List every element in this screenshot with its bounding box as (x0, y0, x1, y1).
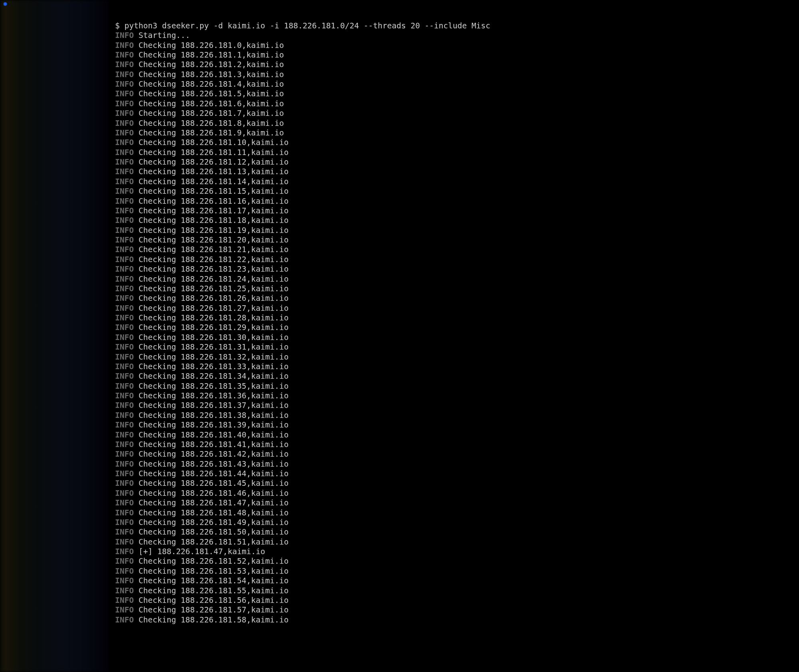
log-line: INFO Checking 188.226.181.3,kaimi.io (115, 70, 799, 80)
log-line: INFO Checking 188.226.181.44,kaimi.io (115, 469, 799, 479)
log-message: Checking 188.226.181.46,kaimi.io (134, 489, 288, 498)
log-message: Checking 188.226.181.37,kaimi.io (134, 401, 288, 410)
log-level-label: INFO (115, 605, 134, 614)
command-text: python3 dseeker.py -d kaimi.io -i 188.22… (125, 21, 491, 30)
log-level-label: INFO (115, 264, 134, 274)
prompt-symbol: $ (115, 21, 120, 30)
log-level-label: INFO (115, 167, 134, 176)
terminal-output[interactable]: $ python3 dseeker.py -d kaimi.io -i 188.… (112, 0, 799, 672)
log-line: INFO Checking 188.226.181.21,kaimi.io (115, 245, 799, 254)
log-level-label: INFO (115, 362, 134, 371)
log-message: Checking 188.226.181.55,kaimi.io (134, 586, 288, 595)
log-line: INFO Checking 188.226.181.26,kaimi.io (115, 294, 799, 303)
log-message: Checking 188.226.181.47,kaimi.io (134, 498, 288, 507)
log-level-label: INFO (115, 138, 134, 147)
log-level-label: INFO (115, 498, 134, 507)
log-message: Checking 188.226.181.11,kaimi.io (134, 148, 288, 157)
log-line: INFO Checking 188.226.181.50,kaimi.io (115, 527, 799, 537)
log-message: Checking 188.226.181.52,kaimi.io (134, 557, 288, 566)
log-message: Checking 188.226.181.4,kaimi.io (134, 80, 284, 89)
log-message: Checking 188.226.181.19,kaimi.io (134, 226, 288, 235)
log-line: INFO Checking 188.226.181.33,kaimi.io (115, 362, 799, 372)
log-level-label: INFO (115, 586, 134, 595)
log-level-label: INFO (115, 70, 134, 79)
log-message: Checking 188.226.181.2,kaimi.io (134, 60, 284, 69)
log-level-label: INFO (115, 420, 134, 429)
log-line: INFO Checking 188.226.181.53,kaimi.io (115, 567, 799, 576)
log-level-label: INFO (115, 304, 134, 313)
log-message: Checking 188.226.181.48,kaimi.io (134, 508, 288, 517)
log-line: INFO Checking 188.226.181.56,kaimi.io (115, 596, 799, 605)
log-level-label: INFO (115, 323, 134, 332)
log-level-label: INFO (115, 128, 134, 137)
log-line: INFO Checking 188.226.181.35,kaimi.io (115, 382, 799, 391)
log-level-label: INFO (115, 187, 134, 196)
log-line: INFO Checking 188.226.181.2,kaimi.io (115, 60, 799, 70)
log-level-label: INFO (115, 206, 134, 215)
log-message: Checking 188.226.181.50,kaimi.io (134, 527, 288, 537)
log-level-label: INFO (115, 216, 134, 225)
log-message: Checking 188.226.181.5,kaimi.io (134, 89, 284, 98)
log-message: Checking 188.226.181.24,kaimi.io (134, 274, 288, 284)
log-line: INFO Checking 188.226.181.43,kaimi.io (115, 459, 799, 469)
log-line: INFO Checking 188.226.181.41,kaimi.io (115, 440, 799, 449)
log-level-label: INFO (115, 294, 134, 303)
log-level-label: INFO (115, 557, 134, 566)
log-level-label: INFO (115, 50, 134, 60)
log-line: INFO Checking 188.226.181.5,kaimi.io (115, 89, 799, 99)
log-line: INFO Checking 188.226.181.19,kaimi.io (115, 226, 799, 235)
log-line: INFO Checking 188.226.181.46,kaimi.io (115, 489, 799, 498)
log-line: INFO Checking 188.226.181.51,kaimi.io (115, 537, 799, 547)
log-message: Checking 188.226.181.14,kaimi.io (134, 177, 288, 186)
log-line: INFO Checking 188.226.181.55,kaimi.io (115, 586, 799, 596)
log-message: Checking 188.226.181.40,kaimi.io (134, 430, 288, 439)
log-line: INFO Checking 188.226.181.12,kaimi.io (115, 157, 799, 167)
log-line: INFO Checking 188.226.181.17,kaimi.io (115, 206, 799, 216)
log-line: INFO Checking 188.226.181.6,kaimi.io (115, 99, 799, 109)
log-message: Checking 188.226.181.10,kaimi.io (134, 138, 288, 147)
log-line: INFO Checking 188.226.181.32,kaimi.io (115, 352, 799, 362)
log-message: Checking 188.226.181.13,kaimi.io (134, 167, 288, 176)
log-message: Checking 188.226.181.29,kaimi.io (134, 323, 288, 332)
log-level-label: INFO (115, 99, 134, 108)
log-line: INFO Checking 188.226.181.10,kaimi.io (115, 138, 799, 147)
log-line: INFO Checking 188.226.181.48,kaimi.io (115, 508, 799, 518)
log-message: Checking 188.226.181.21,kaimi.io (134, 245, 288, 254)
log-message: Checking 188.226.181.0,kaimi.io (134, 41, 284, 50)
log-level-label: INFO (115, 459, 134, 469)
log-message: Checking 188.226.181.56,kaimi.io (134, 596, 288, 605)
log-line: INFO Checking 188.226.181.39,kaimi.io (115, 420, 799, 430)
log-level-label: INFO (115, 411, 134, 420)
log-line: INFO Checking 188.226.181.13,kaimi.io (115, 167, 799, 177)
log-line: INFO Checking 188.226.181.25,kaimi.io (115, 284, 799, 294)
log-level-label: INFO (115, 547, 134, 556)
log-message: Checking 188.226.181.17,kaimi.io (134, 206, 288, 215)
log-level-label: INFO (115, 615, 134, 624)
log-line: INFO Checking 188.226.181.57,kaimi.io (115, 605, 799, 615)
log-message: Checking 188.226.181.38,kaimi.io (134, 411, 288, 420)
log-message: Checking 188.226.181.54,kaimi.io (134, 576, 288, 585)
log-line: INFO Checking 188.226.181.36,kaimi.io (115, 391, 799, 401)
log-message: Checking 188.226.181.35,kaimi.io (134, 382, 288, 391)
log-line: INFO Checking 188.226.181.28,kaimi.io (115, 313, 799, 323)
log-message: Checking 188.226.181.53,kaimi.io (134, 567, 288, 576)
log-message: Checking 188.226.181.42,kaimi.io (134, 449, 288, 459)
log-message: Checking 188.226.181.26,kaimi.io (134, 294, 288, 303)
log-line: INFO Checking 188.226.181.40,kaimi.io (115, 430, 799, 440)
log-level-label: INFO (115, 489, 134, 498)
log-level-label: INFO (115, 342, 134, 352)
log-line: INFO Checking 188.226.181.30,kaimi.io (115, 333, 799, 342)
log-message: Checking 188.226.181.57,kaimi.io (134, 605, 288, 614)
log-line: INFO Checking 188.226.181.49,kaimi.io (115, 518, 799, 527)
log-level-label: INFO (115, 352, 134, 362)
log-line: INFO Checking 188.226.181.0,kaimi.io (115, 41, 799, 50)
log-message: Checking 188.226.181.7,kaimi.io (134, 109, 284, 118)
log-level-label: INFO (115, 449, 134, 459)
log-line: INFO [+] 188.226.181.47,kaimi.io (115, 547, 799, 557)
log-line: INFO Checking 188.226.181.7,kaimi.io (115, 109, 799, 118)
log-level-label: INFO (115, 274, 134, 284)
log-message: Checking 188.226.181.9,kaimi.io (134, 128, 284, 137)
log-line: INFO Checking 188.226.181.20,kaimi.io (115, 235, 799, 245)
log-level-label: INFO (115, 567, 134, 576)
log-line: INFO Checking 188.226.181.16,kaimi.io (115, 197, 799, 206)
